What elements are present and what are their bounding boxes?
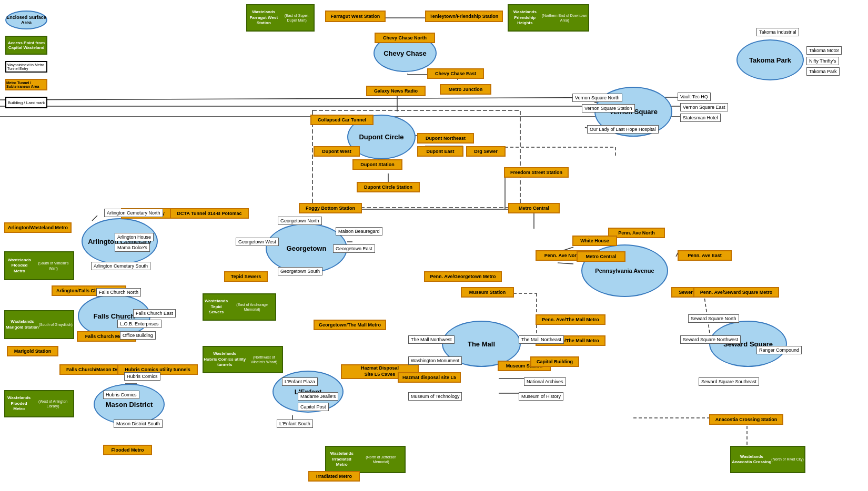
plain-georgetown-west: Georgetown West: [236, 238, 279, 246]
plain-takoma-park: Takoma Park: [806, 67, 840, 76]
orange-penn-ave-georgetown: Penn. Ave/Georgetown Metro: [424, 271, 502, 282]
orange-penn-ave-east: Penn. Ave East: [678, 250, 732, 261]
orange-dupont-west: Dupont West: [314, 146, 360, 157]
orange-freedom-street: Freedom Street Station: [504, 167, 569, 178]
plain-takoma-motor: Takoma Motor: [806, 46, 842, 55]
plain-arlington-cemetary-north: Arlington Cemetary North: [104, 209, 163, 217]
plain-georgetown-east: Georgetown East: [333, 244, 375, 253]
green-wastelands-flooded: WastelandsFlooded Metro(South of Vilhelm…: [4, 251, 74, 280]
green-wastelands-irradiated: WastelandsIrradiated Metro(North of Jeff…: [325, 446, 406, 473]
plain-mall-northeast: The Mall Northeast: [519, 335, 564, 344]
orange-dupont-northeast: Dupont Northeast: [417, 133, 474, 144]
green-wastelands-marigold: WastelandsMarigold Station(South of Gray…: [4, 310, 74, 339]
plain-madame-jeanles: Madame Jealle's: [298, 392, 338, 401]
orange-dupont-east: Dupont East: [417, 146, 463, 157]
orange-marigold-station: Marigold Station: [7, 346, 58, 356]
legend-green-icon: Access Point from Capital Wasteland: [5, 36, 47, 55]
plain-georgetown-north: Georgetown North: [278, 217, 322, 225]
legend-metro-tunnel: Metro Tunnel / Subterranean Area: [5, 79, 51, 90]
green-wastelands-arlington-library: WastelandsFlooded Metro(West of Arlingto…: [4, 390, 74, 417]
plain-washington-monument: Washington Monument: [408, 356, 462, 365]
area-takoma-park: Takoma Park: [736, 39, 804, 80]
area-arlington-cemetary: Arlington Cemetary: [82, 218, 158, 264]
plain-mama-dolces: Mama Dolce's: [115, 243, 150, 252]
legend-building: Building / Landmark: [5, 97, 51, 108]
orange-flooded-metro-bottom: Flooded Metro: [103, 445, 152, 455]
orange-dupont-station: Dupont Station: [352, 159, 402, 170]
orange-metro-junction: Metro Junction: [440, 84, 491, 95]
plain-maison-beauregard: Maison Beauregard: [336, 227, 382, 236]
orange-capitol-building: Capitol Building: [530, 356, 579, 367]
green-wastelands-friendship: WastelandsFriendship Heights(Northern En…: [508, 4, 589, 32]
map-container: Enclosed Surface Area Access Point from …: [0, 0, 868, 491]
plain-takoma-industrial: Takoma Industrial: [756, 28, 799, 36]
plain-vernon-square-station: Vernon Square Station: [582, 104, 635, 112]
orange-tepid-sewers: Tepid Sewers: [224, 271, 268, 282]
plain-hubris-comics-2: Hubris Comics: [103, 391, 139, 399]
plain-hubris-comics-1: Hubris Comics: [124, 372, 160, 381]
green-wastelands-anacostia: WastelandsAnacostia Crossing(North of Ri…: [730, 446, 805, 473]
orange-metro-central-main: Metro Central: [577, 251, 625, 262]
legend-waypoint: Waypointnext to Metro Tunnel Entry: [5, 61, 51, 73]
orange-penn-ave-seward: Penn. Ave/Seward Square Metro: [693, 287, 779, 298]
orange-irradiated-metro: Irradiated Metro: [308, 471, 360, 482]
legend-access-point: Access Point from Capital Wasteland: [5, 36, 51, 55]
plain-museum-technology: Museum of Technology: [408, 392, 462, 401]
plain-vernon-square-north: Vernon Square North: [572, 94, 622, 102]
legend-orange-icon: Metro Tunnel / Subterranean Area: [5, 79, 47, 90]
green-wastelands-farragut: WastelandsFarragut West Station(East of …: [246, 4, 315, 32]
plain-office-building: Office Building: [120, 331, 156, 340]
orange-collapsed-car: Collapsed Car Tunnel: [310, 115, 374, 125]
plain-lenfant-plaza: L'Enfant Plaza: [282, 377, 318, 386]
plain-mall-northwest: The Mall Northwest: [408, 335, 455, 344]
plain-seward-square-northwest: Seward Square Northwest: [680, 335, 741, 344]
plain-national-archives: National Archives: [524, 377, 566, 386]
plain-our-lady-hospital: Our Lady of Last Hope Hospital: [587, 125, 659, 134]
orange-white-house: White House: [572, 236, 617, 246]
plain-statesman-hotel: Statesman Hotel: [680, 114, 721, 122]
plain-nifty-thriftys: Nifty Thrifty's: [806, 57, 839, 65]
plain-seward-square-north: Seward Square North: [688, 314, 739, 323]
orange-dupont-circle-station: Dupont Circle Station: [357, 182, 420, 192]
orange-metro-central-top: Metro Central: [508, 203, 560, 213]
orange-foggy-bottom: Foggy Bottom Station: [299, 203, 362, 213]
plain-ranger-compound: Ranger Compound: [756, 346, 802, 354]
plain-museum-history: Museum of History: [519, 392, 563, 401]
plain-arlington-house: Arlington House: [115, 233, 154, 241]
green-wastelands-tepid: WastelandsTepid Sewers(East of Anchorage…: [203, 293, 276, 321]
orange-chevy-chase-east: Chevy Chase East: [427, 68, 484, 79]
orange-hazmat-site: Hazmat disposal site L5: [398, 372, 461, 383]
legend-waypoint-icon: Waypointnext to Metro Tunnel Entry: [5, 61, 47, 73]
legend-building-icon: Building / Landmark: [5, 97, 47, 108]
svg-line-21: [92, 216, 97, 221]
legend-enclosed-surface: Enclosed Surface Area: [5, 11, 51, 29]
legend: Enclosed Surface Area Access Point from …: [5, 11, 51, 115]
area-seward-square: Seward Square: [709, 321, 787, 367]
plain-seward-square-southeast: Seward Square Southeast: [699, 377, 759, 386]
plain-arlington-cemetary-south: Arlington Cemetary South: [91, 262, 150, 270]
orange-tenleytown: Tenleytown/Friendship Station: [425, 11, 503, 22]
orange-drg-sewer: Drg Sewer: [466, 146, 506, 157]
green-wastelands-hubris: WastelandsHubris Comics utility tunnels(…: [203, 346, 283, 373]
plain-capitol-post: Capitol Post: [298, 403, 329, 411]
plain-mason-district-south: Mason District South: [114, 420, 163, 428]
plain-georgetown-south: Georgetown South: [278, 267, 322, 275]
orange-farragut-west: Farragut West Station: [325, 11, 386, 22]
plain-lob-enterprises: L.O.B. Enterprises: [117, 320, 162, 328]
orange-anacostia-crossing: Anacostia Crossing Station: [709, 414, 783, 425]
orange-georgetown-mall-metro: Georgetown/The Mall Metro: [314, 320, 386, 330]
plain-lenfant-south: L'Enfant South: [277, 420, 313, 428]
plain-vault-tec: Vault-Tec HQ: [678, 93, 711, 101]
orange-chevy-chase-north: Chevy Chase North: [375, 33, 435, 43]
plain-falls-church-north: Falls Church North: [96, 288, 141, 296]
legend-ellipse-icon: Enclosed Surface Area: [5, 11, 47, 29]
orange-arlington-wasteland: Arlington/Wasteland Metro: [4, 222, 72, 233]
orange-penn-ave-mall-top: Penn. Ave/The Mall Metro: [536, 314, 605, 325]
plain-vernon-square-east: Vernon Square East: [680, 103, 728, 111]
plain-falls-church-east: Falls Church East: [133, 309, 176, 318]
orange-dcta-tunnel: DCTA Tunnel 014-B Potomac: [170, 208, 249, 219]
orange-museum-station-top: Museum Station: [461, 287, 514, 298]
orange-galaxy-news: Galaxy News Radio: [366, 86, 426, 96]
area-mason-district: Mason District: [94, 384, 165, 425]
svg-line-47: [558, 263, 573, 264]
